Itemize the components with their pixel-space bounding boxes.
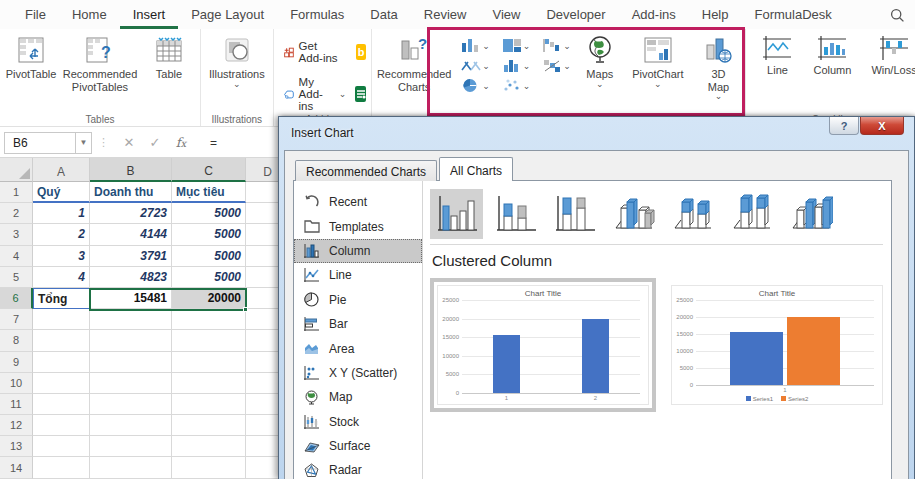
cell[interactable] [172,309,246,330]
cell[interactable] [33,394,90,415]
cell-b1[interactable]: Doanh thu [90,182,172,203]
tab-file[interactable]: File [12,0,59,29]
tab-formulas[interactable]: Formulas [277,0,357,29]
row-header-6[interactable]: 6 [0,288,33,309]
row-header-2[interactable]: 2 [0,203,33,224]
name-box[interactable]: B6 [4,132,76,154]
cell-b5[interactable]: 4823 [90,267,172,288]
tab-insert[interactable]: Insert [120,0,179,29]
insert-scatter-chart-button[interactable]: ⌄ [500,77,533,94]
category-column[interactable]: Column [294,239,422,263]
cell[interactable] [33,352,90,373]
category-area[interactable]: Area [294,336,422,360]
insert-waterfall-chart-button[interactable]: ⌄ [540,37,573,54]
cell[interactable] [172,457,246,478]
subtype-3d-clustered-column[interactable] [607,189,660,239]
cell[interactable] [172,373,246,394]
cell[interactable] [90,457,172,478]
subtype-stacked-column[interactable] [489,189,542,239]
cell-b2[interactable]: 2723 [90,203,172,224]
subtype-3d-column[interactable] [784,189,837,239]
tab-developer[interactable]: Developer [533,0,618,29]
tab-data[interactable]: Data [357,0,410,29]
cell[interactable] [33,436,90,457]
category-bar[interactable]: Bar [294,312,422,336]
category-pie[interactable]: Pie [294,288,422,312]
my-addins-button[interactable]: My Add-ins ⌄ [284,76,347,112]
cell[interactable] [33,373,90,394]
search-icon[interactable] [887,5,907,25]
insert-function-icon[interactable]: fx [168,135,194,150]
insert-statistic-chart-button[interactable]: ⌄ [500,57,533,74]
pivotchart-button[interactable]: PivotChart ⌄ [627,31,689,87]
cell-a3[interactable]: 2 [33,224,90,245]
row-header-11[interactable]: 11 [0,394,33,415]
category-recent[interactable]: Recent [294,190,422,214]
cell-c6[interactable]: 20000 [172,288,246,309]
cell[interactable] [172,330,246,351]
sparkline-column-button[interactable]: Column [808,31,856,77]
cell-c3[interactable]: 5000 [172,224,246,245]
cancel-formula-icon[interactable]: ✕ [116,135,142,150]
insert-pie-chart-button[interactable]: ⌄ [459,77,492,94]
tab-review[interactable]: Review [411,0,480,29]
cell[interactable] [90,330,172,351]
cell[interactable] [33,457,90,478]
cell[interactable] [90,394,172,415]
maps-button[interactable]: Maps ⌄ [579,31,621,87]
illustrations-button[interactable]: Illustrations ⌄ [204,31,270,87]
row-header-4[interactable]: 4 [0,246,33,267]
tab-home[interactable]: Home [59,0,120,29]
tab-page-layout[interactable]: Page Layout [178,0,277,29]
cell[interactable] [90,373,172,394]
category-map[interactable]: Map [294,385,422,409]
tab-formuladesk[interactable]: FormulaDesk [742,0,845,29]
cell[interactable] [33,309,90,330]
store-icon[interactable] [355,86,366,102]
table-button[interactable]: Table [141,31,197,81]
row-header-14[interactable]: 14 [0,457,33,478]
row-header-9[interactable]: 9 [0,352,33,373]
cell[interactable] [90,415,172,436]
insert-column-chart-button[interactable]: ⌄ [459,37,492,54]
tab-recommended-charts[interactable]: Recommended Charts [295,160,437,181]
bing-icon[interactable]: b [356,44,367,60]
cell-c1[interactable]: Mục tiêu [172,182,246,203]
chart-preview-1[interactable]: Chart Title050001000015000200002500012 [430,278,656,412]
3d-map-button[interactable]: 3D Map ⌄ [694,31,742,99]
sparkline-line-button[interactable]: Line [756,31,798,77]
cell[interactable] [90,352,172,373]
cell-a6[interactable]: Tổng [33,288,90,309]
cell[interactable] [172,394,246,415]
enter-formula-icon[interactable]: ✓ [142,135,168,150]
cell[interactable] [172,436,246,457]
chart-preview-2[interactable]: Chart Title05000100001500020000250001Ser… [665,278,883,405]
dialog-help-button[interactable]: ? [829,117,859,135]
cell-b4[interactable]: 3791 [90,246,172,267]
category-templates[interactable]: Templates [294,214,422,238]
cell-c5[interactable]: 5000 [172,267,246,288]
row-header-7[interactable]: 7 [0,309,33,330]
cell[interactable] [172,415,246,436]
sparkline-winloss-button[interactable]: Win/Loss [866,31,915,77]
recommended-charts-button[interactable]: ? Recommended Charts [375,31,453,93]
row-header-8[interactable]: 8 [0,330,33,351]
cell[interactable] [90,436,172,457]
column-header-c[interactable]: C [172,158,246,182]
insert-hierarchy-chart-button[interactable]: ⌄ [500,37,533,54]
cell[interactable] [33,330,90,351]
column-header-a[interactable]: A [33,158,90,182]
category-stock[interactable]: Stock [294,410,422,434]
cell[interactable] [172,352,246,373]
cell-a1[interactable]: Quý [33,182,90,203]
cell-a2[interactable]: 1 [33,203,90,224]
category-radar[interactable]: Radar [294,458,422,479]
recommended-pivottables-button[interactable]: ? Recommended PivotTables [59,31,141,93]
cell-c2[interactable]: 5000 [172,203,246,224]
row-header-10[interactable]: 10 [0,373,33,394]
pivottable-button[interactable]: PivotTable [3,31,59,81]
subtype-100-stacked-column[interactable] [548,189,601,239]
category-scatter[interactable]: X Y (Scatter) [294,361,422,385]
row-header-3[interactable]: 3 [0,224,33,245]
row-header-5[interactable]: 5 [0,267,33,288]
